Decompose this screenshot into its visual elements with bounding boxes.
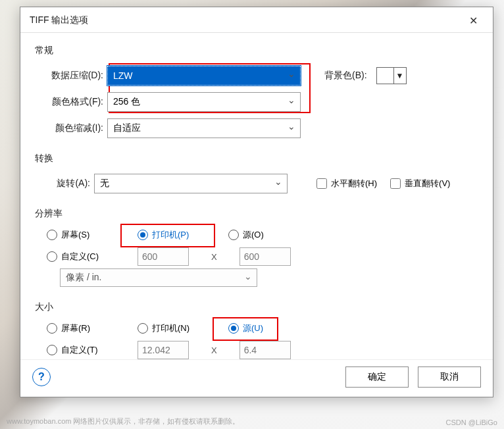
- x-separator: X: [211, 345, 217, 355]
- radio-icon: [228, 323, 239, 334]
- titlebar: TIFF 输出选项 ✕: [20, 7, 493, 33]
- help-button[interactable]: ?: [32, 368, 51, 386]
- dialog-title: TIFF 输出选项: [30, 14, 88, 26]
- radio-label: 自定义(C): [61, 251, 99, 263]
- radio-icon: [138, 230, 148, 240]
- close-button[interactable]: ✕: [463, 13, 484, 28]
- radio-label: 自定义(T): [61, 344, 98, 356]
- radio-icon: [228, 230, 239, 240]
- cancel-button[interactable]: 取消: [418, 366, 481, 388]
- dialog-footer: ? 确定 取消: [20, 359, 493, 397]
- radio-label: 打印机(N): [152, 322, 189, 334]
- checkbox-input[interactable]: [390, 178, 401, 189]
- resolution-width-input[interactable]: [138, 247, 189, 266]
- help-icon: ?: [38, 371, 45, 383]
- bg-color-picker[interactable]: ▼: [376, 67, 407, 84]
- ok-button[interactable]: 确定: [345, 366, 409, 388]
- section-resolution: 分辨率 屏幕(S) 打印机(P) 源(O) 自: [35, 208, 478, 287]
- label-bg-color: 背景色(B):: [324, 70, 371, 82]
- flip-vertical-checkbox[interactable]: 垂直翻转(V): [390, 178, 450, 189]
- tiff-export-dialog: TIFF 输出选项 ✕ 常规 数据压缩(D): LZW 背景色(B): ▼: [20, 7, 493, 397]
- radio-label: 屏幕(S): [61, 229, 89, 241]
- section-transform: 转换 旋转(A): 无 水平翻转(H) 垂直翻转(V): [35, 153, 478, 193]
- resolution-custom-radio[interactable]: 自定义(C): [47, 251, 119, 263]
- size-screen-radio[interactable]: 屏幕(R): [47, 322, 119, 334]
- radio-icon: [47, 345, 57, 355]
- section-size: 大小 屏幕(R) 打印机(N) 源(U) 自定: [35, 301, 478, 359]
- chevron-down-icon: ▼: [394, 71, 406, 80]
- size-height-input[interactable]: [239, 341, 291, 359]
- section-title-transform: 转换: [35, 153, 478, 164]
- color-swatch-preview: [377, 68, 394, 84]
- color-reduction-dropdown[interactable]: 自适应: [107, 118, 301, 138]
- radio-icon: [47, 251, 57, 262]
- radio-label: 打印机(P): [152, 229, 189, 241]
- resolution-screen-radio[interactable]: 屏幕(S): [47, 229, 119, 241]
- section-title-size: 大小: [35, 301, 478, 313]
- checkbox-input[interactable]: [316, 178, 327, 189]
- watermark-text: www.toymoban.com 网络图片仅供展示，非存储，如有侵权请联系删除。: [7, 416, 239, 426]
- flip-horizontal-checkbox[interactable]: 水平翻转(H): [316, 178, 377, 189]
- resolution-source-radio[interactable]: 源(O): [228, 229, 301, 241]
- resolution-printer-radio[interactable]: 打印机(P): [138, 229, 210, 241]
- section-title-resolution: 分辨率: [35, 208, 478, 220]
- radio-icon: [47, 230, 57, 240]
- resolution-unit-dropdown[interactable]: [60, 268, 257, 287]
- flip-h-label: 水平翻转(H): [331, 178, 377, 189]
- dialog-content: 常规 数据压缩(D): LZW 背景色(B): ▼ 颜色格式(F): 256 色: [20, 33, 493, 359]
- data-compression-dropdown[interactable]: LZW: [107, 66, 301, 86]
- x-separator: X: [211, 252, 217, 262]
- label-color-format: 颜色格式(F):: [47, 96, 107, 108]
- color-format-dropdown[interactable]: 256 色: [107, 92, 301, 112]
- radio-label: 屏幕(R): [61, 322, 90, 334]
- resolution-height-input[interactable]: [239, 247, 291, 266]
- label-data-compression: 数据压缩(D):: [47, 70, 107, 82]
- size-printer-radio[interactable]: 打印机(N): [138, 322, 210, 334]
- section-general: 常规 数据压缩(D): LZW 背景色(B): ▼ 颜色格式(F): 256 色: [35, 45, 478, 138]
- size-custom-radio[interactable]: 自定义(T): [47, 344, 119, 356]
- label-rotate: 旋转(A):: [47, 178, 94, 189]
- size-source-radio[interactable]: 源(U): [228, 322, 281, 334]
- radio-icon: [138, 323, 148, 334]
- flip-v-label: 垂直翻转(V): [405, 178, 450, 189]
- radio-icon: [47, 323, 57, 334]
- size-width-input[interactable]: [138, 341, 189, 359]
- radio-label: 源(U): [243, 322, 263, 334]
- label-color-reduction: 颜色缩减(I):: [47, 122, 107, 134]
- rotate-dropdown[interactable]: 无: [94, 174, 288, 193]
- watermark-right: CSDN @LiBiGo: [446, 418, 497, 426]
- radio-label: 源(O): [243, 229, 264, 241]
- close-icon: ✕: [469, 14, 478, 27]
- section-title-general: 常规: [35, 45, 478, 57]
